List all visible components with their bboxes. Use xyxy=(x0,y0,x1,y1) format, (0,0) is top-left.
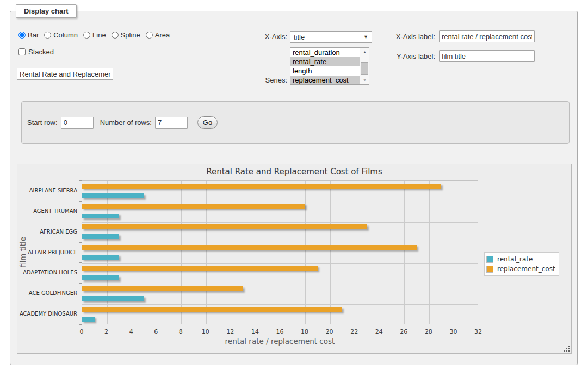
gridline xyxy=(355,181,355,324)
gridline xyxy=(82,202,478,202)
start-row-input[interactable] xyxy=(61,117,94,129)
series-option-length[interactable]: length xyxy=(290,66,360,76)
y-axis-tick xyxy=(79,180,82,181)
row-controls-panel: Start row: Number of rows: Go xyxy=(21,101,570,144)
chart-type-radios: BarColumnLineSplineArea xyxy=(18,31,170,39)
bar-replacement_cost-airplane-sierra xyxy=(82,184,441,189)
gridline xyxy=(404,181,405,324)
x-tick-label: 0 xyxy=(73,328,90,335)
bar-replacement_cost-african-egg xyxy=(82,224,367,229)
bar-rental_rate-academy-dinosaur xyxy=(82,317,95,322)
x-axis-title: rental rate / replacement cost xyxy=(82,337,478,346)
stacked-option[interactable]: Stacked xyxy=(18,48,54,56)
x-tick-label: 6 xyxy=(148,328,164,335)
scrollbar-thumb[interactable] xyxy=(361,62,368,75)
plot-area xyxy=(82,180,478,324)
gridline xyxy=(231,181,231,324)
num-rows-input[interactable] xyxy=(155,117,188,129)
bar-rental_rate-ace-goldfinger xyxy=(82,296,144,301)
gridline xyxy=(454,181,454,324)
yaxis-label-label: Y-Axis label: xyxy=(365,52,435,60)
gridline xyxy=(429,181,430,324)
x-tick-label: 8 xyxy=(172,328,189,335)
y-axis-tick xyxy=(79,262,82,263)
xaxis-select[interactable]: title ▼ xyxy=(290,31,372,43)
xaxis-label-label: X-Axis label: xyxy=(365,33,435,41)
xaxis-label-input[interactable] xyxy=(439,30,535,42)
gridline xyxy=(157,181,157,324)
scroll-down-icon[interactable]: ▼ xyxy=(360,76,369,84)
bar-rental_rate-african-egg xyxy=(82,234,119,239)
gridline xyxy=(305,181,306,324)
bar-rental_rate-adaptation-holes xyxy=(82,275,119,280)
category-label-agent-truman: AGENT TRUMAN xyxy=(17,208,77,214)
yaxis-label-input[interactable] xyxy=(439,50,535,62)
x-tick-label: 2 xyxy=(98,328,115,335)
gridline xyxy=(380,181,380,324)
resize-handle-icon[interactable] xyxy=(564,346,570,352)
gridline xyxy=(330,181,331,324)
gridline xyxy=(181,181,182,324)
chart-type-option-area[interactable]: Area xyxy=(146,31,170,39)
stacked-checkbox[interactable] xyxy=(18,48,26,55)
xaxis-selected-value: title xyxy=(294,33,305,41)
x-tick-label: 10 xyxy=(197,328,214,335)
x-tick-label: 16 xyxy=(272,328,288,335)
chart-type-radio-bar[interactable] xyxy=(18,32,26,39)
legend-swatch-rental_rate xyxy=(486,256,493,263)
chart-type-option-bar[interactable]: Bar xyxy=(18,31,39,39)
series-option-rental_duration[interactable]: rental_duration xyxy=(290,48,360,57)
chart-type-radio-line[interactable] xyxy=(83,32,90,39)
chart-type-radio-spline[interactable] xyxy=(112,32,119,39)
bar-replacement_cost-ace-goldfinger xyxy=(82,286,243,291)
series-option-rental_rate[interactable]: rental_rate xyxy=(290,57,360,66)
category-label-academy-dinosaur: ACADEMY DINOSAUR xyxy=(17,311,77,317)
fieldset-legend: Display chart xyxy=(16,4,77,18)
chart-legend: rental_ratereplacement_cost xyxy=(484,252,559,276)
chart-type-option-line[interactable]: Line xyxy=(83,31,106,39)
bar-replacement_cost-affair-prejudice xyxy=(82,245,417,250)
gridline xyxy=(82,304,478,305)
series-option-replacement_cost[interactable]: replacement_cost xyxy=(290,76,360,85)
chart-type-label: Bar xyxy=(28,31,39,39)
chart-type-radio-area[interactable] xyxy=(146,32,153,39)
gridline xyxy=(107,181,108,324)
x-tick-label: 4 xyxy=(123,328,139,335)
y-axis-tick xyxy=(79,201,82,202)
chart-type-option-spline[interactable]: Spline xyxy=(112,31,140,39)
gridline xyxy=(256,181,256,324)
chart-type-option-column[interactable]: Column xyxy=(44,31,78,39)
x-tick-label: 20 xyxy=(321,328,338,335)
series-listbox[interactable]: rental_durationrental_ratelengthreplacem… xyxy=(290,47,369,85)
bar-replacement_cost-academy-dinosaur xyxy=(82,307,342,312)
chart-type-label: Line xyxy=(92,31,106,39)
stacked-label: Stacked xyxy=(28,48,54,56)
x-tick-label: 12 xyxy=(222,328,238,335)
y-axis-tick xyxy=(79,283,82,284)
gridline xyxy=(82,222,478,223)
gridline xyxy=(82,263,478,264)
gridline xyxy=(206,181,207,324)
series-label: Series: xyxy=(217,76,287,84)
y-axis-tick xyxy=(79,304,82,304)
legend-label: replacement_cost xyxy=(497,265,555,273)
legend-label: rental_rate xyxy=(497,255,533,263)
x-tick-label: 24 xyxy=(371,328,387,335)
chart-type-radio-column[interactable] xyxy=(44,32,51,39)
x-tick-label: 22 xyxy=(346,328,362,335)
chart-container: Rental Rate and Replacement Cost of Film… xyxy=(17,164,572,354)
chart-title: Rental Rate and Replacement Cost of Film… xyxy=(17,167,571,177)
xaxis-select-label: X-Axis: xyxy=(217,33,287,41)
chart-type-label: Area xyxy=(155,31,170,39)
go-button[interactable]: Go xyxy=(197,116,218,129)
gridline xyxy=(132,181,132,324)
legend-entry-replacement_cost: replacement_cost xyxy=(486,264,555,274)
x-tick-label: 26 xyxy=(395,328,412,335)
legend-swatch-replacement_cost xyxy=(486,266,493,273)
x-tick-label: 14 xyxy=(247,328,263,335)
chart-type-label: Column xyxy=(53,31,78,39)
category-label-ace-goldfinger: ACE GOLDFINGER xyxy=(17,290,77,296)
y-axis-title: film title xyxy=(18,220,27,285)
gridline xyxy=(281,181,281,324)
chart-title-input[interactable] xyxy=(17,68,113,80)
